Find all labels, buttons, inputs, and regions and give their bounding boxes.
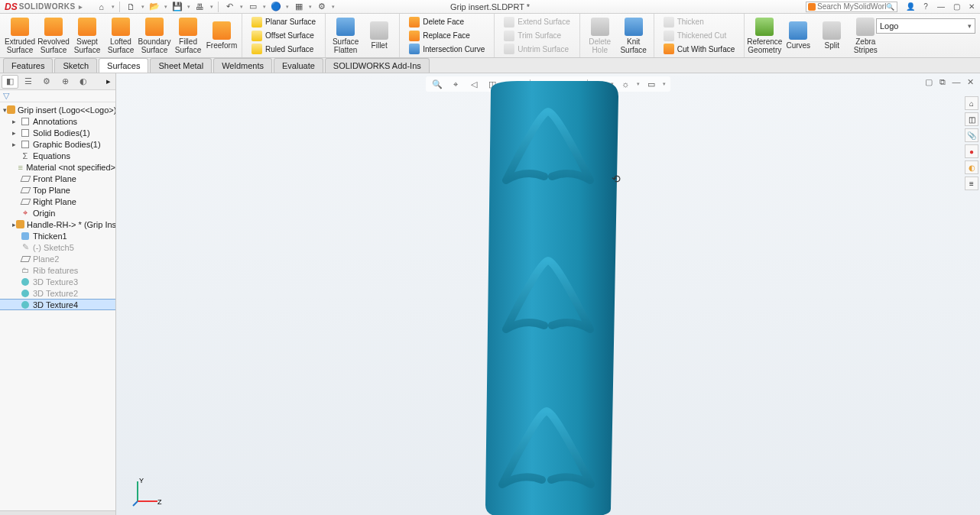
- chevron-right-icon[interactable]: ▸: [79, 3, 83, 11]
- tab-weldments[interactable]: Weldments: [213, 58, 272, 73]
- cut-with-surface-button[interactable]: Cut With Surface: [660, 43, 738, 56]
- extruded-surface-button[interactable]: ExtrudedSurface: [3, 15, 37, 57]
- search-box[interactable]: 🔍: [806, 2, 897, 12]
- tab-sketch[interactable]: Sketch: [54, 58, 97, 73]
- tree-solid-bodies[interactable]: ▸Solid Bodies(1): [0, 127, 115, 138]
- tab-evaluate[interactable]: Evaluate: [274, 58, 323, 73]
- vp-close-icon[interactable]: ✕: [965, 76, 975, 87]
- print-icon[interactable]: 🖶: [193, 1, 207, 13]
- open-icon-dropdown[interactable]: ▾: [164, 4, 167, 10]
- fillet-button[interactable]: Fillet: [362, 15, 396, 57]
- ruled-surface-button[interactable]: Ruled Surface: [248, 43, 319, 56]
- save-icon-dropdown[interactable]: ▾: [187, 4, 190, 10]
- options-icon-dropdown[interactable]: ▾: [309, 4, 312, 10]
- tree-3dtex3[interactable]: 3D Texture3: [0, 276, 115, 287]
- freeform-button[interactable]: Freeform: [205, 15, 239, 57]
- swept-surface-button[interactable]: SweptSurface: [70, 15, 104, 57]
- tree-equations[interactable]: ΣEquations: [0, 150, 115, 161]
- tree-annotations[interactable]: ▸Annotations: [0, 115, 115, 127]
- login-icon[interactable]: 👤: [905, 2, 916, 12]
- tree-thicken1[interactable]: Thicken1: [0, 230, 115, 241]
- tree-annotations-twisty-icon[interactable]: ▸: [12, 118, 20, 125]
- rb-home-button[interactable]: ⌂: [965, 96, 978, 110]
- settings-icon[interactable]: ⚙: [315, 1, 329, 13]
- panel-expand-icon[interactable]: ▸: [103, 76, 114, 86]
- vp-link-icon[interactable]: ⧉: [937, 76, 948, 87]
- tree-rib-features[interactable]: 🗀Rib features: [0, 264, 115, 276]
- cfg-tab[interactable]: ⚙: [38, 75, 55, 89]
- graphics-viewport[interactable]: 🔍⌖◁◫▣▾◧▾👁▾●▾☼▾▭▾ ▢⧉—✕ ⌂◫📎●◐≡: [116, 73, 980, 515]
- surface-flatten-button[interactable]: SurfaceFlatten: [329, 15, 362, 57]
- help-icon[interactable]: ?: [920, 2, 931, 12]
- tree-origin[interactable]: ⌖Origin: [0, 207, 115, 219]
- minimize-icon[interactable]: —: [936, 2, 946, 12]
- tree-solid-bodies-twisty-icon[interactable]: ▸: [12, 129, 20, 137]
- planar-surface-button[interactable]: Planar Surface: [248, 16, 319, 29]
- vp-min-icon[interactable]: —: [951, 76, 962, 87]
- offset-surface-button[interactable]: Offset Surface: [248, 29, 319, 42]
- rb-cube-button[interactable]: ◫: [965, 112, 978, 126]
- tab-sheet-metal[interactable]: Sheet Metal: [150, 58, 212, 73]
- tree-front-plane[interactable]: Front Plane: [0, 173, 115, 184]
- rb-clip-button[interactable]: 📎: [965, 128, 978, 142]
- view-settings-icon-dropdown[interactable]: ▾: [663, 81, 666, 87]
- tree-material[interactable]: ≡Material <not specified>: [0, 161, 115, 173]
- new-icon[interactable]: 🗋: [125, 1, 138, 13]
- rebuild-icon-dropdown[interactable]: ▾: [286, 4, 289, 10]
- tree-sketch5[interactable]: ✎(-) Sketch5: [0, 241, 115, 253]
- fm-tab[interactable]: ◧: [2, 75, 18, 89]
- tree-graphic-bodies-twisty-icon[interactable]: ▸: [12, 141, 20, 148]
- tree-3dtex4[interactable]: 3D Texture4: [0, 299, 115, 310]
- undo-icon[interactable]: ↶: [223, 1, 237, 13]
- intersection-curve-button[interactable]: Intersection Curve: [406, 43, 488, 56]
- tree-3dtex2[interactable]: 3D Texture2: [0, 287, 115, 299]
- vp-restore-icon[interactable]: ▢: [923, 76, 934, 87]
- save-icon[interactable]: 💾: [170, 1, 184, 13]
- config-dropdown[interactable]: Logo ▾: [876, 18, 975, 34]
- settings-icon-dropdown[interactable]: ▾: [332, 4, 335, 10]
- search-input[interactable]: [817, 2, 886, 11]
- tree-root[interactable]: ▾Grip insert (Logo<<Logo>)-> *: [0, 104, 115, 115]
- tab-surfaces[interactable]: Surfaces: [99, 58, 148, 73]
- filter-icon[interactable]: ▽: [3, 91, 9, 101]
- select-icon[interactable]: ▭: [246, 1, 260, 13]
- orientation-triad[interactable]: Y Z: [131, 477, 162, 507]
- tree-top-plane[interactable]: Top Plane: [0, 184, 115, 196]
- print-icon-dropdown[interactable]: ▾: [210, 4, 213, 10]
- tree-handle-rh[interactable]: ▸Handle-RH-> * (Grip Insert): [0, 219, 115, 230]
- tree-plane2[interactable]: Plane2: [0, 253, 115, 264]
- panel-splitter[interactable]: [0, 510, 115, 515]
- boundary-surface-button[interactable]: BoundarySurface: [138, 15, 171, 57]
- replace-face-button[interactable]: Replace Face: [406, 29, 488, 42]
- open-icon[interactable]: 📂: [148, 1, 161, 13]
- tab-features[interactable]: Features: [3, 58, 53, 73]
- rebuild-icon[interactable]: 🔵: [269, 1, 283, 13]
- undo-icon-dropdown[interactable]: ▾: [240, 4, 243, 10]
- curves-button[interactable]: Curves: [781, 15, 815, 57]
- knit-surface-button[interactable]: KnitSurface: [617, 15, 651, 57]
- tab-addins[interactable]: SOLIDWORKS Add-Ins: [325, 58, 430, 73]
- lofted-surface-button[interactable]: LoftedSurface: [104, 15, 138, 57]
- home-icon-dropdown[interactable]: ▾: [112, 4, 115, 10]
- tree-graphic-bodies[interactable]: ▸Graphic Bodies(1): [0, 138, 115, 150]
- reference-geometry-button[interactable]: ReferenceGeometry: [748, 15, 781, 57]
- filled-surface-button[interactable]: FilledSurface: [171, 15, 205, 57]
- rb-decal-button[interactable]: ◐: [965, 160, 978, 174]
- zoom-fit-icon[interactable]: 🔍: [430, 78, 444, 90]
- feature-tree[interactable]: ▾Grip insert (Logo<<Logo>)-> *▸Annotatio…: [0, 102, 115, 510]
- restore-icon[interactable]: ▢: [951, 2, 962, 12]
- disp-tab[interactable]: ◐: [75, 75, 92, 89]
- rb-appear-button[interactable]: ●: [965, 144, 978, 158]
- dim-tab[interactable]: ⊕: [57, 75, 73, 89]
- home-icon[interactable]: ⌂: [95, 1, 109, 13]
- new-icon-dropdown[interactable]: ▾: [141, 4, 144, 10]
- pm-tab[interactable]: ☰: [20, 75, 37, 89]
- delete-face-button[interactable]: Delete Face: [406, 16, 488, 29]
- close-icon[interactable]: ✕: [966, 2, 977, 12]
- options-icon[interactable]: ▦: [292, 1, 306, 13]
- select-icon-dropdown[interactable]: ▾: [263, 4, 266, 10]
- search-go-icon[interactable]: 🔍: [886, 3, 894, 11]
- tree-right-plane[interactable]: Right Plane: [0, 196, 115, 207]
- revolved-surface-button[interactable]: RevolvedSurface: [37, 15, 70, 57]
- rb-custom-button[interactable]: ≡: [965, 177, 978, 190]
